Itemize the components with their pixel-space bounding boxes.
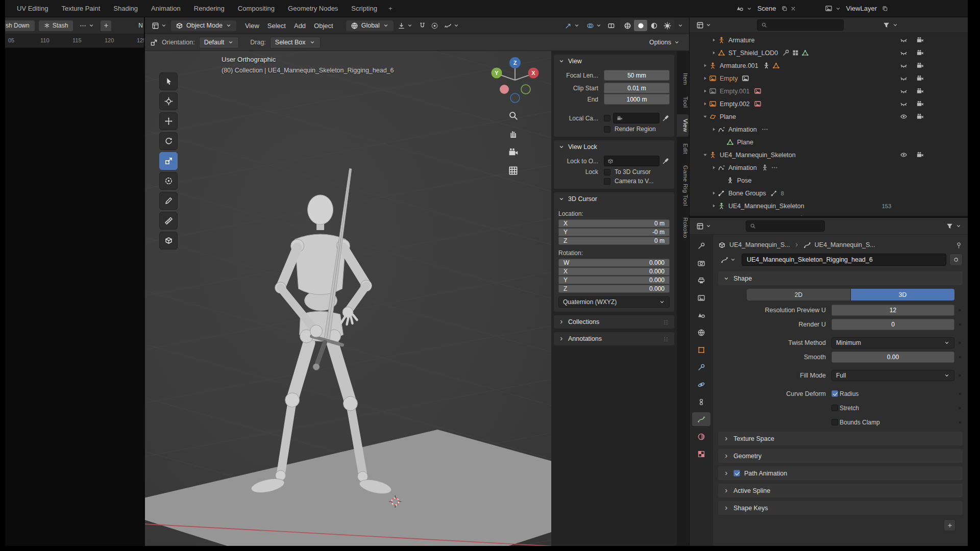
- fake-user-button[interactable]: [949, 254, 963, 266]
- twist-method-select[interactable]: Minimum: [831, 337, 954, 348]
- pan-button[interactable]: [508, 129, 519, 139]
- bounds-clamp-checkbox[interactable]: [831, 419, 838, 425]
- render-visibility-icon[interactable]: [916, 74, 924, 82]
- panel-header-annotations[interactable]: Annotations: [554, 332, 674, 345]
- render-visibility-icon[interactable]: [916, 49, 924, 57]
- render-visibility-icon[interactable]: [916, 36, 924, 44]
- editor-type-button[interactable]: [694, 221, 714, 232]
- outliner-row-empty[interactable]: Empty: [690, 72, 968, 85]
- sidebar-tab-tool[interactable]: Tool: [677, 92, 689, 112]
- panel-header-shape-keys[interactable]: Shape Keys: [718, 501, 963, 515]
- eye-closed-icon[interactable]: [900, 87, 908, 95]
- focal-length-field[interactable]: 50 mm: [604, 70, 670, 81]
- properties-tab-view-layer[interactable]: [692, 291, 710, 305]
- add-workspace-tab[interactable]: +: [384, 0, 397, 17]
- scene-selector[interactable]: Scene: [736, 5, 796, 12]
- chevron-down-icon[interactable]: [955, 223, 962, 229]
- rotation-mode-select[interactable]: Quaternion (WXYZ): [558, 296, 670, 308]
- dimension-3d-button[interactable]: 3D: [851, 289, 954, 300]
- clip-end-field[interactable]: 1000 m: [604, 94, 670, 105]
- cursor-rotation-z-field[interactable]: Z0.000: [558, 285, 670, 293]
- expand-icon[interactable]: [702, 88, 708, 94]
- properties-tab-render[interactable]: [692, 256, 710, 270]
- local-camera-checkbox[interactable]: [604, 115, 610, 121]
- sidebar-tab-game-rig-tool[interactable]: Game Rig Tool: [677, 161, 689, 211]
- animate-dot[interactable]: [959, 407, 961, 409]
- render-visibility-icon[interactable]: [916, 100, 924, 108]
- sidebar-tab-rokoko[interactable]: Rokoko: [677, 213, 689, 243]
- options-button[interactable]: Options: [649, 39, 684, 46]
- drag-grip-icon[interactable]: [662, 318, 670, 326]
- sidebar-tab-edit[interactable]: Edit: [677, 139, 689, 159]
- move-tool[interactable]: [159, 112, 178, 130]
- path-animation-checkbox[interactable]: [733, 470, 740, 477]
- viewlayer-selector[interactable]: ViewLayer: [825, 5, 888, 12]
- breadcrumb-object[interactable]: UE4_Mannequin_S...: [729, 241, 790, 248]
- floor-plane[interactable]: [145, 430, 551, 546]
- annotate-tool[interactable]: [159, 192, 178, 210]
- outliner-row-empty-001[interactable]: Empty.001: [690, 85, 968, 97]
- outliner-row-ue4-mannequin-skeleton[interactable]: UE4_Mannequin_Skeleton153: [690, 199, 968, 212]
- outliner-row-empty-002[interactable]: Empty.002: [690, 97, 968, 110]
- animate-dot[interactable]: [959, 393, 961, 395]
- filter-funnel-icon[interactable]: [946, 222, 953, 230]
- expand-icon[interactable]: [711, 203, 717, 209]
- dimension-2d-button[interactable]: 2D: [747, 289, 850, 300]
- animate-dot[interactable]: [959, 323, 961, 325]
- orientation-select[interactable]: Global: [346, 20, 394, 31]
- workspace-tab-rendering[interactable]: Rendering: [187, 0, 231, 17]
- animate-dot[interactable]: [959, 342, 961, 344]
- new-scene-icon[interactable]: [781, 6, 788, 12]
- properties-tab-object[interactable]: [692, 343, 710, 357]
- properties-tab-scene[interactable]: [692, 308, 710, 322]
- datablock-type-button[interactable]: [718, 255, 739, 265]
- workspace-tab-geometry-nodes[interactable]: Geometry Nodes: [281, 0, 345, 17]
- eye-closed-icon[interactable]: [900, 74, 908, 82]
- snap-pair-button[interactable]: [395, 20, 415, 31]
- workspace-tab-scripting[interactable]: Scripting: [345, 0, 384, 17]
- shading-wireframe-button[interactable]: [621, 20, 634, 31]
- menu-add[interactable]: Add: [290, 22, 310, 30]
- menu-select[interactable]: Select: [263, 22, 290, 30]
- add-shape-key-button[interactable]: [944, 519, 955, 531]
- animate-dot[interactable]: [959, 309, 961, 311]
- workspace-tab-compositing[interactable]: Compositing: [231, 0, 281, 17]
- new-action-button[interactable]: [100, 20, 112, 32]
- zoom-button[interactable]: [508, 110, 519, 121]
- render-visibility-icon[interactable]: [916, 215, 924, 217]
- eye-open-icon[interactable]: [900, 113, 908, 120]
- expand-icon[interactable]: [702, 76, 708, 81]
- properties-tab-tool[interactable]: [692, 239, 710, 253]
- falloff-button[interactable]: [442, 20, 462, 31]
- render-visibility-icon[interactable]: [916, 151, 924, 159]
- eye-closed-icon[interactable]: [900, 62, 908, 69]
- panel-header-shape[interactable]: Shape: [718, 271, 963, 285]
- outliner-row-pose[interactable]: Pose: [690, 174, 968, 187]
- shading-dropdown-icon[interactable]: [677, 22, 683, 29]
- measure-tool[interactable]: [159, 212, 178, 230]
- properties-tab-object-data[interactable]: [692, 412, 710, 426]
- outliner-row-st-shield-lod0[interactable]: ST_Shield_LOD0: [690, 46, 968, 59]
- render-region-checkbox[interactable]: [604, 126, 610, 133]
- menu-object[interactable]: Object: [310, 22, 337, 30]
- rotate-tool[interactable]: [159, 132, 178, 150]
- chevron-down-icon[interactable]: [892, 22, 898, 28]
- proportional-editing-icon[interactable]: [431, 22, 438, 30]
- datablock-name-field[interactable]: UE4_Mannequin_Skeleton_Rigging_head_6: [742, 254, 946, 266]
- animate-dot[interactable]: [959, 421, 961, 423]
- to-3d-cursor-checkbox[interactable]: [604, 169, 610, 176]
- expand-icon[interactable]: [711, 37, 717, 43]
- properties-tab-constraints[interactable]: [692, 395, 710, 409]
- viewport-canvas[interactable]: User Orthographic (80) Collection | UE4_…: [145, 51, 551, 546]
- panel-header-texture-space[interactable]: Texture Space: [718, 432, 963, 445]
- workspace-tab-shading[interactable]: Shading: [107, 0, 144, 17]
- shading-rendered-button[interactable]: [660, 20, 674, 31]
- clip-start-field[interactable]: 0.01 m: [604, 83, 670, 93]
- outliner-row-armature[interactable]: Armature: [690, 34, 968, 46]
- properties-search-input[interactable]: [758, 222, 821, 230]
- expand-icon[interactable]: [711, 50, 717, 56]
- chevron-down-icon[interactable]: [835, 6, 841, 12]
- xray-toggle-icon[interactable]: [607, 22, 615, 30]
- stretch-checkbox[interactable]: [831, 405, 838, 411]
- cursor-location-x-field[interactable]: X0 m: [558, 219, 670, 228]
